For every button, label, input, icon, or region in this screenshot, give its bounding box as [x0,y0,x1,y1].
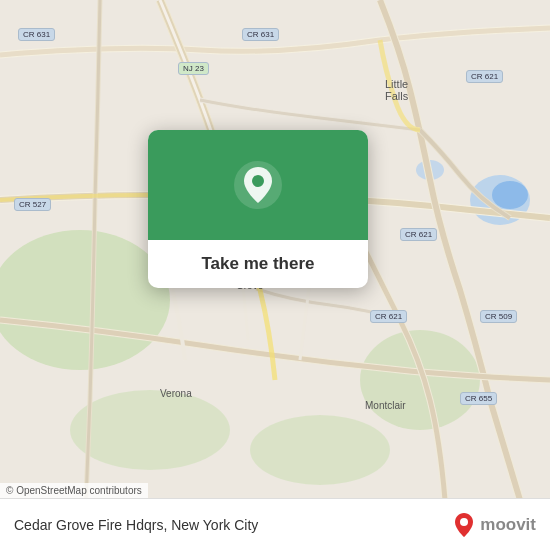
bottom-info-bar: Cedar Grove Fire Hdqrs, New York City mo… [0,498,550,550]
copyright-notice: © OpenStreetMap contributors [0,483,148,498]
navigation-card: Take me there [148,130,368,288]
road-badge-cr621-mid-right: CR 621 [400,228,437,241]
svg-point-9 [252,175,264,187]
road-badge-nj23: NJ 23 [178,62,209,75]
road-badge-cr621-low-right: CR 621 [370,310,407,323]
svg-point-10 [460,518,468,526]
road-badge-cr631-left: CR 631 [18,28,55,41]
take-me-there-button[interactable]: Take me there [164,254,352,274]
road-badge-cr631-top: CR 631 [242,28,279,41]
moovit-text: moovit [480,515,536,535]
svg-point-2 [360,330,480,430]
road-badge-cr527: CR 527 [14,198,51,211]
svg-point-3 [70,390,230,470]
card-button-section: Take me there [148,240,368,288]
svg-point-6 [492,181,528,209]
area-label-little-falls: LittleFalls [385,78,408,102]
moovit-logo-icon [450,511,478,539]
area-label-verona: Verona [160,388,192,399]
location-name: Cedar Grove Fire Hdqrs, New York City [14,517,258,533]
location-pin-icon [232,159,284,211]
road-badge-cr621-top-right: CR 621 [466,70,503,83]
moovit-logo: moovit [450,511,536,539]
map-container: CR 631 CR 631 NJ 23 CR 527 CR 621 CR 621… [0,0,550,550]
card-map-preview [148,130,368,240]
road-badge-cr655: CR 655 [460,392,497,405]
road-badge-cr509: CR 509 [480,310,517,323]
svg-point-4 [250,415,390,485]
area-label-montclair: Montclair [365,400,406,411]
